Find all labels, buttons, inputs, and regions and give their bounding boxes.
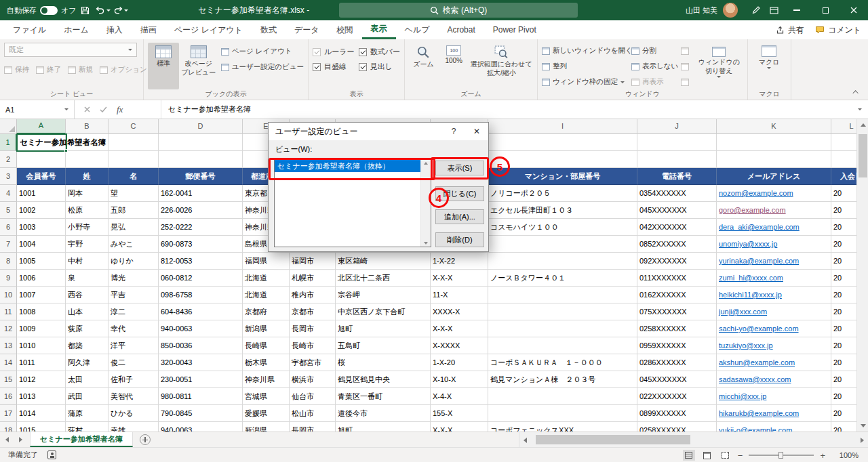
cell-C4[interactable]: 望 (108, 185, 159, 202)
undo-dropdown-icon[interactable] (106, 9, 111, 12)
cell-H10[interactable]: 11-X (431, 287, 488, 303)
fill-handle[interactable] (64, 149, 68, 152)
maximize-button[interactable] (811, 0, 840, 20)
cell-F17[interactable]: 松山市 (290, 405, 336, 422)
cell-E12[interactable]: 新潟県 (243, 320, 290, 337)
row-header-9[interactable]: 9 (0, 270, 17, 287)
cell-I3[interactable]: マンション・部屋番号 (488, 168, 637, 185)
sheet-nav-prev-button[interactable] (0, 432, 14, 448)
cell-C11[interactable]: 淳二 (108, 303, 159, 320)
cell-E13[interactable]: 長崎県 (243, 337, 290, 354)
cell-D11[interactable]: 604-8436 (159, 303, 243, 320)
page-break-preview-button[interactable]: 改ページ プレビュー (182, 43, 216, 89)
cell-J3[interactable]: 電話番号 (637, 168, 717, 185)
cell-K17[interactable]: hikarukb@example.com (717, 405, 831, 422)
share-button[interactable]: 共有 (776, 24, 804, 36)
custom-views-button[interactable]: ユーザー設定のビュー (221, 60, 304, 74)
cell-D2[interactable] (159, 151, 243, 168)
cell-C13[interactable]: 洋平 (108, 337, 159, 354)
autosave-toggle-icon[interactable] (40, 6, 58, 15)
save-button[interactable] (77, 0, 94, 20)
column-header-I[interactable]: I (488, 119, 637, 134)
cell-H14[interactable]: 1-X-20 (431, 354, 488, 371)
cell-G11[interactable]: 中京区西ノ京下合町 (336, 303, 431, 320)
cell-A6[interactable]: 1003 (17, 219, 66, 236)
zoom-in-button[interactable]: + (820, 450, 825, 461)
row-header-2[interactable]: 2 (0, 151, 17, 168)
cell-J1[interactable] (637, 134, 717, 151)
cell-G18[interactable]: 旭町 (336, 422, 431, 432)
sheet-view-keep-button[interactable]: 保持 (4, 63, 29, 77)
new-window-button[interactable]: 新しいウィンドウを開く (542, 44, 629, 58)
cell-I13[interactable] (488, 337, 637, 354)
cell-D18[interactable]: 940-0063 (159, 422, 243, 432)
tab-ファイル[interactable]: ファイル (4, 20, 55, 39)
normal-view-shortcut[interactable] (683, 450, 695, 461)
cell-J5[interactable]: 045XXXXXXX (637, 202, 717, 219)
cell-G13[interactable]: 五島町 (336, 337, 431, 354)
cell-D10[interactable]: 098-6758 (159, 287, 243, 303)
enter-icon[interactable] (100, 106, 107, 112)
row-header-6[interactable]: 6 (0, 219, 17, 236)
column-header-B[interactable]: B (66, 119, 108, 134)
tab-校閲[interactable]: 校閲 (328, 20, 362, 39)
cell-A7[interactable]: 1004 (17, 236, 66, 253)
cell-H9[interactable]: X-X-X (431, 270, 488, 287)
cell-B4[interactable]: 岡本 (66, 185, 108, 202)
cell-J14[interactable]: 0286XXXXXX (637, 354, 717, 371)
cell-C15[interactable]: 佐和子 (108, 371, 159, 388)
cell-H8[interactable]: 1-X-22 (431, 253, 488, 270)
collapse-ribbon-button[interactable] (850, 87, 863, 97)
select-all-corner[interactable] (0, 119, 17, 134)
cell-A15[interactable]: 1012 (17, 371, 66, 388)
cell-D16[interactable]: 980-0811 (159, 388, 243, 405)
tab-描画[interactable]: 描画 (132, 20, 165, 39)
cell-B10[interactable]: 西谷 (66, 287, 108, 303)
user-avatar[interactable] (723, 3, 738, 18)
cell-E11[interactable]: 京都府 (243, 303, 290, 320)
sheet-view-selector[interactable]: 既定 (4, 43, 137, 57)
cell-B5[interactable]: 松原 (66, 202, 108, 219)
column-header-A[interactable]: A (17, 119, 66, 134)
minimize-button[interactable] (783, 0, 811, 20)
cell-K14[interactable]: akshun@example.com (717, 354, 831, 371)
cell-A3[interactable]: 会員番号 (17, 168, 66, 185)
row-header-15[interactable]: 15 (0, 371, 17, 388)
row-header-16[interactable]: 16 (0, 388, 17, 405)
reset-window-position-button[interactable] (681, 75, 692, 89)
cell-E10[interactable]: 北海道 (243, 287, 290, 303)
cell-E17[interactable]: 愛媛県 (243, 405, 290, 422)
zoom-100-button[interactable]: 100 100% (441, 43, 467, 89)
cell-H18[interactable]: X-X-X (431, 422, 488, 432)
cell-K13[interactable]: tuzukiyo@xxx.jp (717, 337, 831, 354)
cell-B16[interactable]: 武田 (66, 388, 108, 405)
row-header-7[interactable]: 7 (0, 236, 17, 253)
cell-K10[interactable]: heikichi11@xxxx.jp (717, 287, 831, 303)
scroll-left-icon[interactable] (519, 434, 531, 446)
cell-G14[interactable]: 桜 (336, 354, 431, 371)
formula-bar-checkbox[interactable]: 数式バー (359, 45, 400, 58)
freeze-panes-button[interactable]: ウィンドウ枠の固定 (542, 75, 629, 89)
cell-D8[interactable]: 812-0053 (159, 253, 243, 270)
cell-D3[interactable]: 郵便番号 (159, 168, 243, 185)
zoom-button[interactable]: ズーム (409, 43, 438, 89)
cell-E18[interactable]: 新潟県 (243, 422, 290, 432)
cell-B12[interactable]: 荻原 (66, 320, 108, 337)
close-button[interactable] (840, 0, 868, 20)
cell-D12[interactable]: 940-0063 (159, 320, 243, 337)
expand-formula-bar-button[interactable] (852, 100, 868, 119)
normal-view-button[interactable]: 標準 (148, 43, 179, 89)
cell-C3[interactable]: 名 (108, 168, 159, 185)
vertical-scroll-thumb[interactable] (859, 134, 867, 177)
cell-C10[interactable]: 平吉 (108, 287, 159, 303)
cell-J10[interactable]: 0162XXXXXX (637, 287, 717, 303)
cell-B7[interactable]: 宇野 (66, 236, 108, 253)
row-header-13[interactable]: 13 (0, 337, 17, 354)
synchronous-scrolling-button[interactable] (681, 60, 692, 73)
cell-D5[interactable]: 226-0026 (159, 202, 243, 219)
cell-B8[interactable]: 中村 (66, 253, 108, 270)
cell-E14[interactable]: 栃木県 (243, 354, 290, 371)
cell-I17[interactable] (488, 405, 637, 422)
cell-C12[interactable]: 幸代 (108, 320, 159, 337)
column-header-D[interactable]: D (159, 119, 243, 134)
